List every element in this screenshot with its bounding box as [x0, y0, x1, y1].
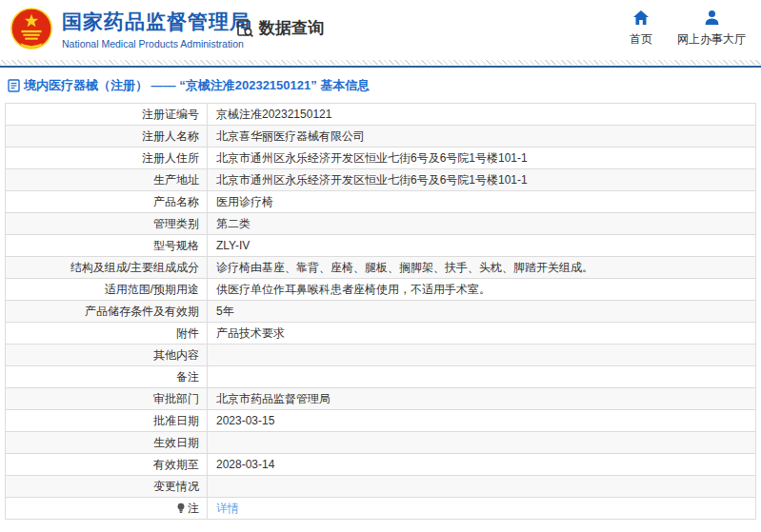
- row-label: 有效期至: [6, 454, 208, 475]
- table-row: 审批部门 北京市药品监督管理局: [6, 388, 755, 410]
- table-row: 变更情况: [6, 476, 755, 498]
- table-row: 产品储存条件及有效期 5年: [6, 301, 755, 323]
- row-value: 诊疗椅由基座、靠背、座椅、腿板、搁脚架、扶手、头枕、脚踏开关组成。: [208, 257, 755, 278]
- content: 境内医疗器械（注册） —— “京械注准20232150121” 基本信息 注册证…: [0, 66, 761, 520]
- row-label: 其他内容: [6, 345, 208, 365]
- row-label: 注册人住所: [6, 148, 208, 168]
- row-label: 产品名称: [6, 191, 208, 212]
- nav-home-label: 首页: [630, 31, 652, 48]
- row-label: 批准日期: [6, 410, 208, 431]
- table-row: 型号规格 ZLY-IV: [6, 235, 755, 257]
- agency-name: 国家药品监督管理局 National Medical Products Admi…: [62, 9, 250, 49]
- row-value: 产品技术要求: [208, 323, 755, 344]
- data-query-title[interactable]: 数据查询: [235, 17, 324, 39]
- table-row: 注册证编号 京械注准20232150121: [6, 104, 755, 126]
- row-value: 5年: [208, 301, 755, 322]
- row-label: 适用范围/预期用途: [6, 279, 208, 300]
- row-label: 注: [6, 498, 208, 519]
- row-value: 详情: [208, 498, 755, 519]
- row-label: 注册证编号: [6, 104, 208, 125]
- nav-service-hall[interactable]: 网上办事大厅: [677, 10, 746, 48]
- row-value: [208, 366, 755, 387]
- row-label: 审批部门: [6, 388, 208, 409]
- row-label: 产品储存条件及有效期: [6, 301, 208, 322]
- table-row: 注 详情: [6, 498, 755, 520]
- row-label: 管理类别: [6, 213, 208, 234]
- note-icon: [176, 502, 186, 514]
- row-value: 2023-03-15: [208, 410, 755, 431]
- row-value: 第二类: [208, 213, 755, 234]
- breadcrumb-bar: 境内医疗器械（注册） —— “京械注准20232150121” 基本信息: [0, 68, 761, 103]
- table-row: 生产地址 北京市通州区永乐经济开发区恒业七街6号及6号院1号楼101-1: [6, 169, 755, 191]
- agency-name-cn: 国家药品监督管理局: [62, 9, 250, 35]
- detail-link[interactable]: 详情: [216, 502, 239, 515]
- info-table: 注册证编号 京械注准20232150121 注册人名称 北京喜华丽医疗器械有限公…: [5, 103, 756, 520]
- row-value: [208, 476, 755, 497]
- row-label: 生效日期: [6, 432, 208, 453]
- row-value: 供医疗单位作耳鼻喉科患者座椅使用，不适用手术室。: [208, 279, 755, 300]
- table-row: 注册人名称 北京喜华丽医疗器械有限公司: [6, 126, 755, 148]
- header: 国家药品监督管理局 National Medical Products Admi…: [0, 0, 761, 60]
- row-label: 结构及组成/主要组成成分: [6, 257, 208, 278]
- table-row: 有效期至 2028-03-14: [6, 454, 755, 476]
- data-query-label: 数据查询: [259, 17, 324, 39]
- table-row: 生效日期: [6, 432, 755, 454]
- agency-name-en: National Medical Products Administration: [62, 38, 250, 49]
- row-label: 注册人名称: [6, 126, 208, 147]
- breadcrumb: 境内医疗器械（注册） —— “京械注准20232150121” 基本信息: [8, 77, 370, 94]
- agency-brand: 国家药品监督管理局 National Medical Products Admi…: [10, 7, 250, 50]
- top-nav: 首页 网上办事大厅: [630, 10, 746, 48]
- row-value: 医用诊疗椅: [208, 191, 755, 212]
- row-value: [208, 432, 755, 453]
- nav-home[interactable]: 首页: [630, 10, 652, 48]
- table-row: 批准日期 2023-03-15: [6, 410, 755, 432]
- user-icon: [704, 10, 720, 26]
- table-row: 注册人住所 北京市通州区永乐经济开发区恒业七街6号及6号院1号楼101-1: [6, 148, 755, 169]
- national-emblem-logo: [10, 7, 53, 50]
- table-row: 产品名称 医用诊疗椅: [6, 191, 755, 213]
- row-value: 京械注准20232150121: [208, 104, 755, 125]
- row-value: ZLY-IV: [208, 235, 755, 256]
- row-label: 生产地址: [6, 169, 208, 190]
- table-row: 结构及组成/主要组成成分 诊疗椅由基座、靠背、座椅、腿板、搁脚架、扶手、头枕、脚…: [6, 257, 755, 279]
- breadcrumb-text: 境内医疗器械（注册） —— “京械注准20232150121” 基本信息: [24, 77, 370, 94]
- home-icon: [632, 10, 650, 26]
- row-value: 北京市通州区永乐经济开发区恒业七街6号及6号院1号楼101-1: [208, 148, 755, 168]
- nav-service-hall-label: 网上办事大厅: [677, 31, 746, 48]
- document-search-icon: [235, 19, 254, 38]
- table-row: 其他内容: [6, 345, 755, 366]
- row-value: 北京市药品监督管理局: [208, 388, 755, 409]
- table-row: 备注: [6, 366, 755, 388]
- table-row: 适用范围/预期用途 供医疗单位作耳鼻喉科患者座椅使用，不适用手术室。: [6, 279, 755, 301]
- header-divider: [0, 60, 761, 65]
- page: { "header": { "agency_name_cn": "国家药品监督管…: [0, 0, 761, 532]
- row-label: 备注: [6, 366, 208, 387]
- row-label: 变更情况: [6, 476, 208, 497]
- table-row: 附件 产品技术要求: [6, 323, 755, 345]
- row-label: 附件: [6, 323, 208, 344]
- table-row: 管理类别 第二类: [6, 213, 755, 235]
- row-label: 型号规格: [6, 235, 208, 256]
- document-icon: [8, 79, 20, 92]
- row-value: 2028-03-14: [208, 454, 755, 475]
- row-value: [208, 345, 755, 365]
- row-value: 北京市通州区永乐经济开发区恒业七街6号及6号院1号楼101-1: [208, 169, 755, 190]
- row-value: 北京喜华丽医疗器械有限公司: [208, 126, 755, 147]
